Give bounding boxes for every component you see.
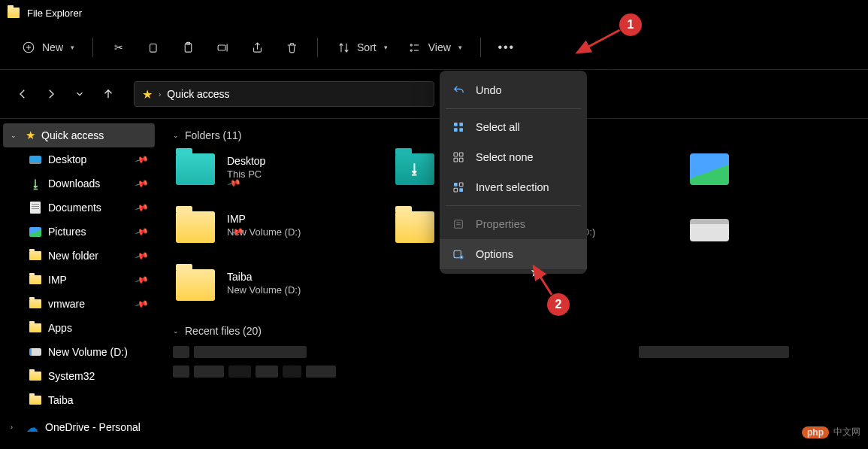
forward-button[interactable]: [42, 85, 60, 103]
sidebar-onedrive[interactable]: › ☁ OneDrive - Personal: [0, 415, 158, 439]
app-icon: [8, 8, 20, 18]
sort-button[interactable]: Sort ▾: [328, 34, 395, 61]
chevron-down-icon: ⌄: [173, 327, 179, 335]
folder-item-pictures[interactable]: Pictures: [687, 150, 732, 198]
ctx-select-none-label: Select none: [476, 151, 534, 163]
ctx-options[interactable]: Options: [440, 239, 587, 269]
breadcrumb-root[interactable]: Quick access: [167, 88, 229, 100]
svg-rect-6: [218, 44, 225, 50]
folder-item-imp[interactable]: IMPNew Volume (D:)📌: [173, 208, 362, 256]
sort-icon: [336, 40, 351, 55]
sidebar-item-new-volume-d-[interactable]: New Volume (D:): [0, 340, 158, 364]
more-button[interactable]: •••: [491, 34, 522, 61]
sidebar-item-label: IMP: [48, 274, 67, 286]
ctx-invert-selection[interactable]: Invert selection: [440, 172, 587, 202]
ctx-select-all-label: Select all: [476, 121, 520, 133]
sidebar-item-documents[interactable]: Documents📌: [0, 196, 158, 220]
folder-icon: [29, 369, 42, 383]
pic-icon: [29, 225, 42, 238]
svg-rect-17: [459, 153, 463, 156]
window-title: File Explorer: [27, 8, 82, 19]
back-button[interactable]: [14, 85, 32, 103]
chevron-down-icon: ▾: [384, 44, 388, 51]
sidebar-item-desktop[interactable]: Desktop📌: [0, 147, 158, 171]
paste-button[interactable]: [173, 34, 203, 61]
properties-icon: [452, 217, 465, 231]
sidebar: ⌄ ★ Quick access Desktop📌⭳Downloads📌Docu…: [0, 119, 158, 449]
svg-rect-19: [459, 158, 463, 162]
ctx-select-none[interactable]: Select none: [440, 142, 587, 172]
rename-button[interactable]: [207, 34, 237, 61]
chevron-right-icon: ›: [159, 90, 161, 99]
sidebar-item-downloads[interactable]: ⭳Downloads📌: [0, 171, 158, 196]
separator: [480, 38, 481, 57]
pin-icon: 📌: [135, 224, 150, 239]
separator: [317, 38, 318, 57]
sidebar-item-label: Apps: [48, 322, 72, 334]
sidebar-item-new-folder[interactable]: New folder📌: [0, 244, 158, 268]
toolbar: New ▾ ✂ Sort ▾ View ▾ •••: [0, 26, 868, 69]
view-button[interactable]: View ▾: [400, 34, 470, 61]
folder-item-new-volume-d-[interactable]: New Volume (D:): [687, 208, 732, 256]
pin-icon: 📌: [135, 200, 150, 215]
sidebar-item-apps[interactable]: Apps: [0, 316, 158, 340]
address-bar[interactable]: ★ › Quick access: [134, 81, 434, 107]
svg-rect-14: [454, 128, 458, 132]
folder-item-name: Taiba: [227, 271, 301, 283]
select-all-icon: [452, 120, 465, 134]
chevron-down-icon: ⌄: [173, 132, 179, 139]
new-label: New: [42, 41, 63, 53]
star-icon: ★: [26, 129, 35, 142]
desktop-icon: [29, 153, 42, 166]
ctx-select-all[interactable]: Select all: [440, 112, 587, 142]
paste-icon: [180, 40, 195, 55]
folder-item-vmware[interactable]: vmware: [392, 208, 437, 256]
title-bar: File Explorer: [0, 0, 868, 26]
sidebar-item-label: New folder: [48, 250, 98, 262]
recent-file-row: [173, 346, 853, 358]
folder-item-taiba[interactable]: TaibaNew Volume (D:): [173, 266, 362, 304]
sidebar-item-imp[interactable]: IMP📌: [0, 268, 158, 292]
trash-icon: [284, 40, 299, 55]
options-icon: [452, 247, 465, 261]
sidebar-item-label: Taiba: [48, 394, 73, 406]
sidebar-item-label: Downloads: [48, 177, 100, 190]
recent-header-label: Recent files (20): [185, 325, 262, 337]
menu-separator: [446, 205, 581, 206]
copy-button[interactable]: [138, 34, 168, 61]
sidebar-item-label: System32: [48, 370, 95, 382]
copy-icon: [146, 40, 161, 55]
sidebar-item-taiba[interactable]: Taiba: [0, 388, 158, 412]
svg-rect-15: [459, 128, 463, 132]
recent-file-row: [173, 366, 853, 378]
svg-rect-22: [454, 188, 458, 192]
drive-icon: [29, 345, 42, 359]
up-button[interactable]: [99, 85, 117, 103]
invert-selection-icon: [452, 181, 465, 194]
folder-item-desktop[interactable]: DesktopThis PC📌: [173, 150, 362, 198]
recent-locations-button[interactable]: [71, 85, 89, 103]
select-none-icon: [452, 150, 465, 164]
svg-point-8: [410, 44, 412, 45]
sidebar-item-vmware[interactable]: vmware📌: [0, 292, 158, 316]
pin-icon: 📌: [135, 272, 150, 287]
delete-button[interactable]: [277, 34, 307, 61]
ctx-properties-label: Properties: [476, 218, 525, 230]
new-button[interactable]: New ▾: [14, 34, 82, 61]
svg-rect-12: [454, 123, 458, 126]
svg-rect-20: [454, 183, 458, 187]
plus-icon: [21, 40, 36, 55]
cloud-icon: ☁: [26, 420, 39, 434]
svg-rect-21: [459, 183, 463, 187]
sidebar-item-system32[interactable]: System32: [0, 364, 158, 388]
star-icon: ★: [142, 87, 153, 102]
ctx-undo[interactable]: Undo: [440, 75, 587, 105]
separator: [92, 38, 93, 57]
folder-item-downloads[interactable]: ⭳Downloads: [392, 150, 437, 198]
ctx-properties: Properties: [440, 209, 587, 239]
recent-header[interactable]: ⌄ Recent files (20): [173, 325, 853, 337]
cut-button[interactable]: ✂: [104, 34, 134, 61]
sidebar-item-pictures[interactable]: Pictures📌: [0, 220, 158, 244]
sidebar-quick-access[interactable]: ⌄ ★ Quick access: [3, 123, 155, 147]
share-button[interactable]: [242, 34, 272, 61]
